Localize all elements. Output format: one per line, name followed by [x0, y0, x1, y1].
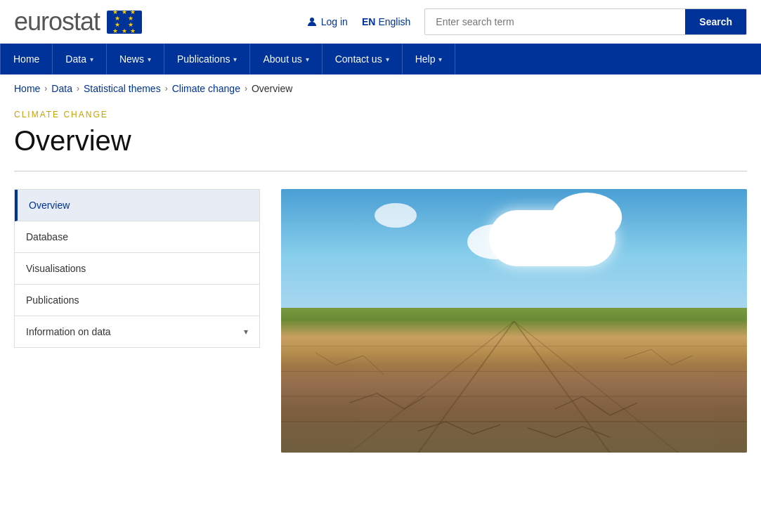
nav-item-help[interactable]: Help ▾: [403, 44, 456, 74]
sidebar-item-visualisations-label: Visualisations: [26, 263, 86, 274]
breadcrumb: Home › Data › Statistical themes › Clima…: [0, 74, 761, 103]
eu-stars: ★ ★ ★★ ★★ ★★ ★ ★: [112, 9, 136, 34]
chevron-down-icon: ▾: [148, 56, 151, 63]
nav-item-help-label: Help: [415, 53, 436, 65]
cloud-small: [375, 203, 417, 228]
cloud-top: [552, 193, 622, 242]
nav-item-news[interactable]: News ▾: [107, 44, 164, 74]
nav-item-contact-label: Contact us: [335, 53, 382, 65]
main-layout: Overview Database Visualisations Publica…: [14, 189, 747, 453]
main-nav: Home Data ▾ News ▾ Publications ▾ About …: [0, 44, 761, 74]
crack-svg: [281, 321, 747, 453]
login-link[interactable]: Log in: [306, 16, 348, 27]
chevron-down-icon: ▾: [438, 56, 442, 63]
breadcrumb-data[interactable]: Data: [51, 83, 72, 94]
sidebar-item-information-on-data-label: Information on data: [26, 326, 111, 337]
nav-item-publications-label: Publications: [177, 53, 230, 65]
chevron-down-icon: ▾: [306, 56, 309, 63]
logo[interactable]: eurostat ★ ★ ★★ ★★ ★★ ★ ★: [14, 7, 142, 37]
chevron-down-icon: ▾: [90, 56, 93, 63]
cloud-left: [467, 224, 523, 259]
header-right: Log in EN English Search: [306, 8, 747, 35]
search-input[interactable]: [425, 9, 685, 34]
svg-point-0: [310, 18, 314, 22]
nav-item-home-label: Home: [13, 53, 39, 65]
nav-item-publications[interactable]: Publications ▾: [164, 44, 251, 74]
breadcrumb-sep: ›: [245, 84, 247, 93]
nav-item-about[interactable]: About us ▾: [250, 44, 322, 74]
topic-label: CLIMATE CHANGE: [14, 110, 747, 119]
logo-text: eurostat: [14, 7, 100, 37]
breadcrumb-climate-change[interactable]: Climate change: [172, 83, 240, 94]
breadcrumb-sep: ›: [77, 84, 79, 93]
sidebar-item-database-label: Database: [26, 231, 68, 242]
search-bar: Search: [424, 8, 747, 35]
nav-item-home[interactable]: Home: [0, 44, 53, 74]
crack-overlay: [281, 321, 747, 453]
eu-flag-icon: ★ ★ ★★ ★★ ★★ ★ ★: [107, 11, 142, 34]
chevron-down-icon: ▾: [244, 327, 248, 337]
breadcrumb-current: Overview: [252, 83, 292, 94]
hero-image: [281, 189, 747, 453]
lang-code: EN: [362, 16, 375, 27]
chevron-down-icon: ▾: [233, 56, 237, 63]
page-title: Overview: [14, 125, 747, 157]
sidebar-item-visualisations[interactable]: Visualisations: [15, 253, 259, 285]
sidebar-item-publications[interactable]: Publications: [15, 285, 259, 316]
hero-image-inner: [281, 189, 747, 453]
sidebar-item-overview-label: Overview: [29, 200, 70, 211]
sidebar-item-information-on-data[interactable]: Information on data ▾: [15, 316, 259, 347]
divider: [14, 171, 747, 171]
search-button[interactable]: Search: [685, 9, 746, 34]
nav-item-about-label: About us: [263, 53, 301, 65]
nav-item-news-label: News: [119, 53, 144, 65]
page-content: CLIMATE CHANGE Overview Overview Databas…: [0, 103, 761, 481]
sidebar-item-overview[interactable]: Overview: [15, 190, 259, 221]
sidebar-item-database[interactable]: Database: [15, 221, 259, 253]
nav-item-contact[interactable]: Contact us ▾: [323, 44, 403, 74]
sidebar-item-publications-label: Publications: [26, 294, 79, 306]
language-selector[interactable]: EN English: [362, 16, 410, 27]
breadcrumb-statistical-themes[interactable]: Statistical themes: [84, 83, 161, 94]
sidebar: Overview Database Visualisations Publica…: [14, 189, 260, 348]
breadcrumb-sep: ›: [44, 84, 47, 93]
breadcrumb-home[interactable]: Home: [14, 83, 40, 94]
nav-item-data[interactable]: Data ▾: [53, 44, 107, 74]
nav-item-data-label: Data: [65, 53, 86, 65]
lang-name: English: [378, 16, 410, 27]
person-icon: [306, 16, 318, 27]
breadcrumb-sep: ›: [165, 84, 168, 93]
header: eurostat ★ ★ ★★ ★★ ★★ ★ ★ Log in EN Engl…: [0, 0, 761, 44]
chevron-down-icon: ▾: [386, 56, 389, 63]
login-label: Log in: [321, 16, 348, 27]
